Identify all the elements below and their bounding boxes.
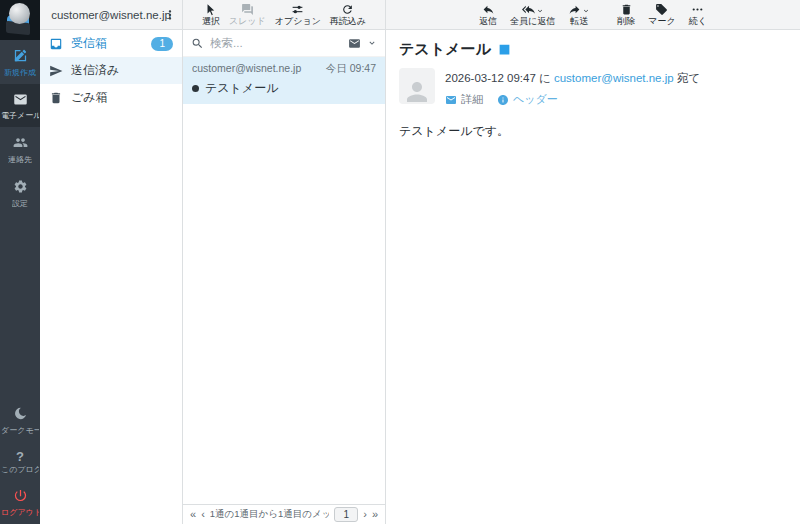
task-sidebar: 新規作成 電子メール 連絡先 設定 ダークモー... ? このプログ... ログ…	[0, 0, 40, 524]
sidebar-item-compose[interactable]: 新規作成	[0, 40, 40, 84]
envelope-icon	[445, 94, 457, 106]
message-content: テストメール 2026-03-12 09:47 に customer@wisne…	[386, 30, 800, 524]
sidebar-item-label: 新規作成	[4, 69, 36, 78]
next-page-icon[interactable]: ›	[363, 509, 367, 520]
folder-pane: customer@wisnet.ne.jp 受信箱 1 送信済み ごみ箱	[40, 0, 183, 524]
message-date: 今日 09:47	[326, 62, 376, 76]
recipient-email-link[interactable]: customer@wisnet.ne.jp	[554, 72, 674, 84]
search-bar	[183, 30, 385, 57]
unread-count-badge: 1	[151, 37, 173, 51]
headers-label: ヘッダー	[513, 92, 558, 107]
message-list-item[interactable]: customer@wisnet.ne.jp 今日 09:47 テストメール	[183, 57, 385, 104]
contacts-icon	[13, 135, 28, 153]
reply-button[interactable]: 返信	[479, 0, 497, 29]
thread-icon	[241, 3, 254, 16]
page-number-input[interactable]	[334, 507, 358, 522]
sender-avatar	[399, 68, 435, 104]
refresh-button[interactable]: 再読込み	[330, 0, 366, 29]
message-sender: customer@wisnet.ne.jp	[192, 62, 301, 76]
folder-actions-menu-icon[interactable]	[161, 5, 179, 25]
reply-icon	[482, 3, 495, 16]
moon-icon	[13, 406, 28, 424]
sidebar-item-label: 設定	[12, 200, 28, 209]
reply-all-icon	[522, 3, 535, 16]
chevron-down-icon	[536, 7, 544, 15]
trash-icon	[620, 3, 633, 16]
message-subject: テストメール	[205, 80, 278, 97]
sidebar-item-dark-mode[interactable]: ダークモー...	[0, 398, 40, 442]
details-label: 詳細	[461, 92, 483, 107]
first-page-icon[interactable]: «	[190, 509, 196, 520]
gear-icon	[13, 179, 28, 197]
sidebar-item-label: ダークモー...	[1, 427, 39, 436]
folder-item-sent[interactable]: 送信済み	[40, 57, 182, 84]
search-input[interactable]	[210, 37, 342, 49]
folder-item-trash[interactable]: ごみ箱	[40, 84, 182, 111]
logo-sphere	[9, 3, 30, 24]
forward-label: 転送	[570, 17, 588, 27]
folder-label: ごみ箱	[71, 89, 108, 106]
pagination-text: 1通の1通目から1通目のメッセージ	[210, 508, 329, 521]
sidebar-item-label: このプログ...	[1, 466, 39, 475]
message-list-pane: 選択 スレッド オプション 再読込み customer@wisnet.	[183, 0, 386, 524]
chevron-down-icon	[582, 7, 590, 15]
reply-all-button[interactable]: 全員に返信	[510, 0, 555, 29]
paper-plane-icon	[49, 64, 63, 78]
ellipsis-icon	[691, 3, 704, 16]
refresh-label: 再読込み	[330, 17, 366, 27]
app-logo-avatar	[0, 0, 40, 40]
sidebar-item-label: 連絡先	[8, 156, 32, 165]
sidebar-item-label: ログアウト	[1, 509, 39, 518]
sidebar-item-mail[interactable]: 電子メール	[0, 84, 40, 128]
account-email: customer@wisnet.ne.jp	[51, 9, 171, 21]
list-toolbar: 選択 スレッド オプション 再読込み	[183, 0, 385, 30]
sidebar-item-contacts[interactable]: 連絡先	[0, 127, 40, 171]
message-toolbar: 返信 全員に返信 転送 削除	[386, 0, 800, 30]
folder-label: 送信済み	[71, 62, 119, 79]
pagination-bar: « ‹ 1通の1通目から1通目のメッセージ › »	[183, 504, 385, 524]
info-icon	[497, 94, 509, 106]
thread-button[interactable]: スレッド	[229, 0, 266, 29]
details-toggle[interactable]: 詳細	[445, 92, 483, 107]
folder-item-inbox[interactable]: 受信箱 1	[40, 30, 182, 57]
search-scope-mail-icon[interactable]	[348, 37, 361, 50]
options-label: オプション	[275, 17, 321, 27]
search-icon[interactable]	[191, 37, 204, 50]
reply-all-label: 全員に返信	[510, 17, 555, 27]
folder-label: 受信箱	[71, 35, 107, 52]
delete-button[interactable]: 削除	[617, 0, 635, 29]
person-icon	[402, 77, 432, 104]
select-button[interactable]: 選択	[202, 0, 220, 29]
message-meta: 2026-03-12 09:47 に customer@wisnet.ne.jp…	[445, 71, 700, 86]
message-list-empty-area	[183, 104, 385, 504]
more-label: 続く	[689, 17, 707, 27]
help-icon: ?	[16, 450, 24, 463]
sidebar-item-label: 電子メール	[1, 112, 39, 121]
headers-toggle[interactable]: ヘッダー	[497, 92, 558, 107]
account-header: customer@wisnet.ne.jp	[40, 0, 182, 30]
more-button[interactable]: 続く	[689, 0, 707, 29]
trash-icon	[49, 91, 63, 105]
message-view-pane: 返信 全員に返信 転送 削除	[386, 0, 800, 524]
refresh-icon	[341, 3, 354, 16]
thread-label: スレッド	[229, 17, 266, 27]
mark-button[interactable]: マーク	[648, 0, 675, 29]
compose-icon	[13, 48, 28, 66]
last-page-icon[interactable]: »	[372, 509, 378, 520]
open-in-new-window-icon[interactable]	[498, 43, 511, 56]
message-body: テストメールです。	[399, 123, 787, 140]
message-to-suffix: 宛て	[677, 72, 700, 84]
options-button[interactable]: オプション	[275, 0, 321, 29]
search-options-chevron-icon[interactable]	[367, 38, 377, 48]
reply-label: 返信	[479, 17, 497, 27]
power-icon	[13, 488, 28, 506]
message-date-text: 2026-03-12 09:47 に	[445, 72, 551, 84]
sidebar-item-settings[interactable]: 設定	[0, 171, 40, 215]
prev-page-icon[interactable]: ‹	[201, 509, 205, 520]
sidebar-item-logout[interactable]: ログアウト	[0, 480, 40, 524]
forward-icon	[568, 3, 581, 16]
mail-icon	[13, 92, 28, 110]
forward-button[interactable]: 転送	[568, 0, 590, 29]
tag-icon	[655, 3, 668, 16]
sidebar-item-about[interactable]: ? このプログ...	[0, 442, 40, 481]
